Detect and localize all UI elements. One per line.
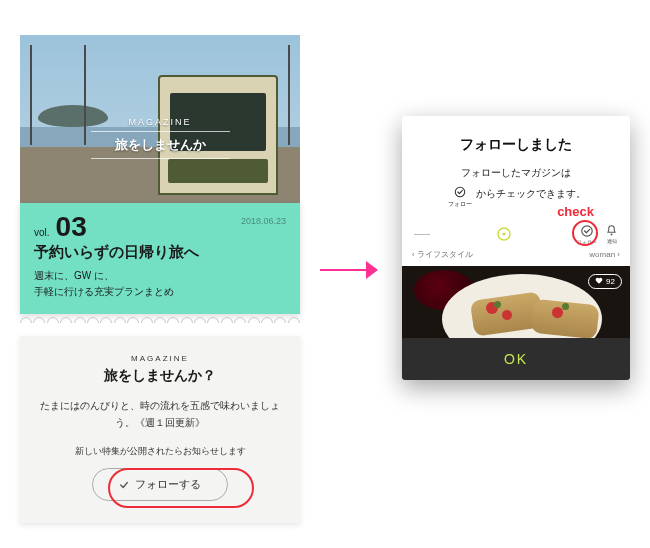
- magazine-promo-card: MAGAZINE 旅をしませんか？ たまにはのんびりと、時の流れを五感で味わいま…: [20, 336, 300, 523]
- compass-icon[interactable]: [496, 226, 512, 242]
- svg-point-4: [611, 233, 613, 235]
- hero-magazine-label: MAGAZINE: [20, 117, 300, 127]
- food-preview-image: 92: [402, 266, 630, 338]
- hamburger-icon[interactable]: [414, 226, 430, 242]
- svg-point-0: [455, 187, 464, 196]
- volume-number: 03: [56, 213, 87, 241]
- heart-icon: [595, 277, 603, 285]
- svg-point-2: [502, 233, 505, 236]
- breadcrumb-right[interactable]: woman ›: [589, 250, 620, 259]
- notification-icon[interactable]: 通知: [605, 224, 618, 244]
- wave-divider: [20, 315, 300, 331]
- promo-title: 旅をしませんか？: [34, 367, 286, 385]
- follow-button[interactable]: フォローする: [92, 468, 228, 501]
- promo-notify-text: 新しい特集が公開されたらお知らせします: [34, 445, 286, 458]
- hero-magazine-title: 旅をしませんか: [91, 131, 230, 159]
- volume-label: vol.: [34, 227, 50, 238]
- svg-point-3: [582, 226, 592, 236]
- check-icon: [119, 480, 129, 490]
- dialog-body: フォローしたマガジンは フォロー からチェックできます。: [402, 164, 630, 218]
- breadcrumb: ‹ ライフスタイル woman ›: [402, 247, 630, 266]
- follow-button-label: フォローする: [135, 477, 201, 492]
- promo-magazine-label: MAGAZINE: [34, 354, 286, 363]
- follow-inline-icon: フォロー: [448, 186, 472, 210]
- article-header-panel: vol. 03 2018.06.23 予約いらずの日帰り旅へ 週末に、GW に、…: [20, 203, 300, 314]
- follow-confirm-dialog: フォローしました フォローしたマガジンは フォロー からチェックできます。 ch…: [402, 116, 630, 380]
- mini-app-preview: フォロー 通知 ‹ ライフスタイル woman ›: [402, 218, 630, 338]
- chevron-right-icon: ›: [615, 250, 620, 259]
- breadcrumb-left[interactable]: ‹ ライフスタイル: [412, 249, 473, 260]
- ok-button[interactable]: OK: [402, 338, 630, 380]
- article-headline: 予約いらずの日帰り旅へ: [34, 243, 286, 262]
- like-badge[interactable]: 92: [588, 274, 622, 289]
- publish-date: 2018.06.23: [241, 216, 286, 226]
- article-hero-image: MAGAZINE 旅をしませんか: [20, 35, 300, 225]
- follow-nav-icon[interactable]: フォロー: [577, 224, 597, 245]
- dialog-title: フォローしました: [402, 116, 630, 164]
- article-lead: 週末に、GW に、 手軽に行ける充実プランまとめ: [34, 268, 286, 300]
- check-annotation-label: check: [557, 204, 594, 219]
- arrow-icon: [320, 260, 378, 280]
- promo-body: たまにはのんびりと、時の流れを五感で味わいましょう。《週１回更新》: [34, 397, 286, 431]
